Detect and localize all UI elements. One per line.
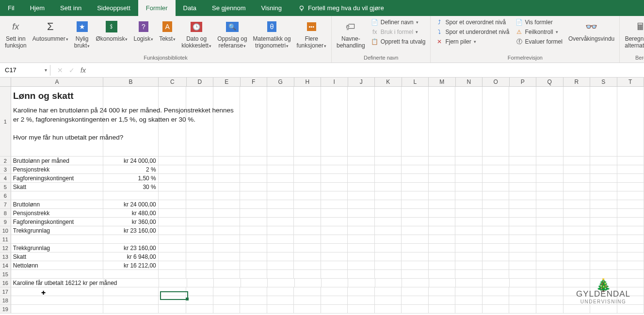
cell-a16[interactable]: Karoline får utbetalt 16212 kr per måned bbox=[11, 279, 104, 287]
cell-c2[interactable] bbox=[159, 157, 187, 165]
row-header-13[interactable]: 13 bbox=[0, 252, 11, 261]
cell-a7[interactable]: Bruttolønn bbox=[11, 200, 103, 208]
row-header-17[interactable]: 17 bbox=[0, 287, 11, 296]
trace-dependents-button[interactable]: ⤵Spor et underordnet nivå bbox=[434, 28, 511, 36]
row-header-6[interactable]: 6 bbox=[0, 191, 11, 200]
name-box-dropdown-icon[interactable]: ▾ bbox=[45, 67, 47, 73]
tab-formler[interactable]: Formler bbox=[138, 0, 176, 16]
cell-c14[interactable] bbox=[159, 261, 187, 269]
row-header-1[interactable]: 1 bbox=[0, 87, 11, 156]
cell-b10[interactable]: kr 23 160,00 bbox=[103, 226, 159, 235]
col-header-s[interactable]: S bbox=[590, 78, 617, 86]
tell-me-search[interactable]: Fortell meg hva du vil gjøre bbox=[290, 4, 384, 12]
tab-visning[interactable]: Visning bbox=[253, 0, 289, 16]
row-header-14[interactable]: 14 bbox=[0, 261, 11, 269]
tab-settinn[interactable]: Sett inn bbox=[52, 0, 89, 16]
col-header-a[interactable]: A bbox=[11, 78, 103, 86]
col-header-j[interactable]: J bbox=[348, 78, 375, 86]
cell-b6[interactable] bbox=[103, 191, 159, 200]
row-header-11[interactable]: 11 bbox=[0, 235, 11, 243]
cell-a1[interactable]: Lønn og skatt Karoline har en bruttolønn… bbox=[11, 87, 103, 156]
select-all-corner[interactable] bbox=[0, 78, 11, 86]
col-header-m[interactable]: M bbox=[429, 78, 456, 86]
cell-b9[interactable]: kr 360,00 bbox=[103, 218, 159, 226]
cell-a2[interactable]: Bruttolønn per måned bbox=[11, 157, 103, 165]
insert-function-button[interactable]: fx Sett innfunksjon bbox=[3, 18, 29, 50]
cell-b4[interactable]: 1,50 % bbox=[103, 174, 159, 182]
tab-data[interactable]: Data bbox=[176, 0, 204, 16]
create-from-selection-button[interactable]: 📋Opprett fra utvalg bbox=[369, 37, 428, 46]
col-header-g[interactable]: G bbox=[267, 78, 294, 86]
autosum-button[interactable]: Σ Autosummer▾ bbox=[31, 18, 70, 43]
row-header-10[interactable]: 10 bbox=[0, 226, 11, 235]
error-checking-button[interactable]: ⚠Feilkontroll▾ bbox=[514, 28, 564, 36]
cell-b8[interactable]: kr 480,00 bbox=[103, 209, 159, 217]
cell-a12[interactable]: Trekkgrunnlag bbox=[11, 244, 103, 252]
cell-c13[interactable] bbox=[159, 252, 187, 261]
cell-b15[interactable] bbox=[103, 270, 159, 278]
cell-c7[interactable] bbox=[159, 200, 187, 208]
col-header-c[interactable]: C bbox=[159, 78, 186, 86]
tab-hjem[interactable]: Hjem bbox=[22, 0, 52, 16]
define-name-button[interactable]: 📄Definer navn▾ bbox=[369, 18, 428, 27]
cell-c3[interactable] bbox=[159, 165, 187, 173]
cell-c12[interactable] bbox=[159, 244, 187, 252]
cell-b5[interactable]: 30 % bbox=[103, 183, 159, 191]
spreadsheet-grid[interactable]: 1 Lønn og skatt Karoline har en bruttolø… bbox=[0, 87, 644, 314]
cell-a6[interactable] bbox=[11, 191, 103, 200]
col-header-l[interactable]: L bbox=[402, 78, 429, 86]
tab-segjennom[interactable]: Se gjennom bbox=[204, 0, 253, 16]
col-header-i[interactable]: I bbox=[321, 78, 348, 86]
col-header-b[interactable]: B bbox=[103, 78, 159, 86]
row-header-18[interactable]: 18 bbox=[0, 296, 11, 304]
cell-b11[interactable] bbox=[103, 235, 159, 243]
cell-b13[interactable]: kr 6 948,00 bbox=[103, 252, 159, 261]
cell-c15[interactable] bbox=[159, 270, 187, 278]
row-header-9[interactable]: 9 bbox=[0, 218, 11, 226]
math-button[interactable]: θ Matematikk ogtrigonometri▾ bbox=[251, 18, 293, 50]
cell-a13[interactable]: Skatt bbox=[11, 252, 103, 261]
datetime-button[interactable]: 🕒 Dato ogklokkeslett▾ bbox=[179, 18, 213, 50]
show-formulas-button[interactable]: 📄Vis formler bbox=[514, 18, 564, 27]
cell-a18[interactable] bbox=[11, 296, 103, 304]
cancel-icon[interactable]: ✕ bbox=[57, 66, 63, 74]
row-header-16[interactable]: 16 bbox=[0, 279, 11, 287]
tab-sideoppsett[interactable]: Sideoppsett bbox=[89, 0, 138, 16]
cell-b3[interactable]: 2 % bbox=[103, 165, 159, 173]
more-functions-button[interactable]: ••• Flerefunksjoner▾ bbox=[295, 18, 328, 50]
cell-c5[interactable] bbox=[159, 183, 187, 191]
col-header-t[interactable]: T bbox=[617, 78, 644, 86]
row-header-2[interactable]: 2 bbox=[0, 157, 11, 165]
row-header-5[interactable]: 5 bbox=[0, 183, 11, 191]
cell-a10[interactable]: Trekkgrunnlag bbox=[11, 226, 103, 235]
col-header-p[interactable]: P bbox=[510, 78, 537, 86]
cell-c17[interactable] bbox=[159, 287, 187, 296]
cell-b14[interactable]: kr 16 212,00 bbox=[103, 261, 159, 269]
cell-b18[interactable] bbox=[103, 296, 159, 304]
cell-b7[interactable]: kr 24 000,00 bbox=[103, 200, 159, 208]
tab-fil[interactable]: Fil bbox=[0, 0, 22, 16]
row-header-4[interactable]: 4 bbox=[0, 174, 11, 182]
col-header-d[interactable]: D bbox=[187, 78, 214, 86]
name-box[interactable]: C17 ▾ bbox=[2, 65, 50, 76]
cell-a4[interactable]: Fagforeningskontingent bbox=[11, 174, 103, 182]
col-header-r[interactable]: R bbox=[564, 78, 591, 86]
row-header-3[interactable]: 3 bbox=[0, 165, 11, 173]
cell-c18[interactable] bbox=[159, 296, 187, 304]
row-header-12[interactable]: 12 bbox=[0, 244, 11, 252]
col-header-e[interactable]: E bbox=[213, 78, 241, 86]
calc-options-button[interactable]: 🖩 Beregnings-alternativer▾ bbox=[623, 18, 644, 50]
watch-window-button[interactable]: 👓 Overvåkingsvindu bbox=[566, 18, 616, 43]
col-header-f[interactable]: F bbox=[241, 78, 268, 86]
row-header-15[interactable]: 15 bbox=[0, 270, 11, 278]
cell-a8[interactable]: Pensjonstrekk bbox=[11, 209, 103, 217]
text-button[interactable]: A Tekst▾ bbox=[157, 18, 177, 43]
cell-c9[interactable] bbox=[159, 218, 187, 226]
cell-a14[interactable]: Nettolønn bbox=[11, 261, 103, 269]
cell-c19[interactable] bbox=[159, 305, 187, 313]
formula-input[interactable] bbox=[93, 66, 644, 74]
cell-a17[interactable] bbox=[11, 287, 103, 296]
logical-button[interactable]: ? Logisk▾ bbox=[131, 18, 155, 43]
cell-c4[interactable] bbox=[159, 174, 187, 182]
row-header-7[interactable]: 7 bbox=[0, 200, 11, 208]
